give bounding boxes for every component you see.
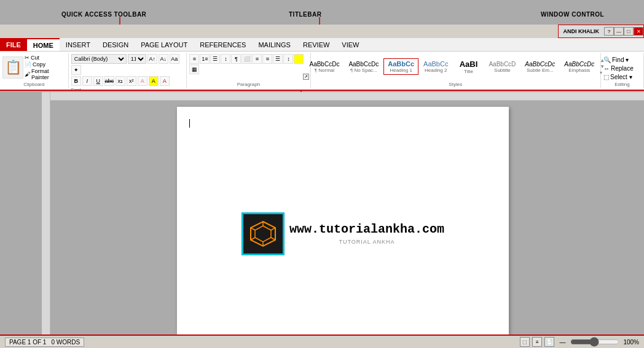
svg-line-15 [251, 238, 255, 240]
bold-button[interactable]: B [71, 76, 81, 86]
menu-file[interactable]: FILE [0, 38, 27, 51]
sort-button[interactable]: ↕ [221, 54, 230, 64]
font-size-select[interactable]: 11 [128, 54, 146, 64]
align-left-button[interactable]: ⬜ [242, 54, 251, 64]
minimize-button[interactable]: — [614, 27, 624, 36]
horizontal-ruler [42, 92, 644, 101]
shading-button[interactable] [294, 54, 304, 64]
align-center-button[interactable]: ≡ [252, 54, 262, 64]
copy-button[interactable]: 📄Copy [25, 61, 66, 68]
style-subtle-em[interactable]: AaBbCcDc Subtle Em... [520, 59, 559, 75]
style-normal[interactable]: AaBbCcDc ¶ Normal [305, 59, 344, 75]
annotation-window-control: WINDOW CONTROL [541, 11, 604, 18]
menu-design[interactable]: DESIGN [96, 38, 135, 51]
annotation-titlebar: TITLEBAR [289, 11, 321, 18]
style-subtitle[interactable]: AaBbCcD Subtitle [484, 59, 520, 75]
svg-rect-8 [42, 92, 50, 334]
select-button[interactable]: ⬚Select ▾ [603, 74, 641, 80]
logo-area: www.tutorialankha.com TUTORIAL ANKHA [242, 212, 444, 255]
logo-subtext: TUTORIAL ANKHA [289, 239, 444, 245]
style-heading2[interactable]: AaBbCc Heading 2 [419, 58, 452, 75]
replace-button[interactable]: ↔Replace [603, 65, 641, 72]
menu-bar: FILE HOME INSERT DESIGN PAGE LAYOUT REFE… [0, 38, 644, 52]
border-button[interactable]: ▦ [189, 64, 199, 74]
paragraph-label: Paragraph [237, 80, 260, 87]
style-heading1[interactable]: AaBbCc Heading 1 [383, 58, 418, 75]
style-emphasis[interactable]: AaBbCcDc Emphasis [560, 59, 599, 75]
help-button[interactable]: ? [604, 27, 614, 36]
font-family-select[interactable]: Calibri (Body) [71, 54, 127, 64]
menu-review[interactable]: REVIEW [297, 38, 336, 51]
subscript-button[interactable]: x₂ [116, 76, 125, 86]
zoom-percent: 100% [623, 339, 639, 346]
view-web-button[interactable]: ≡ [532, 337, 542, 347]
decrease-font-button[interactable]: A↓ [159, 54, 168, 64]
svg-line-12 [271, 228, 275, 230]
change-case-button[interactable]: Aa [170, 54, 179, 64]
svg-line-16 [251, 228, 255, 230]
font-color-button[interactable]: A [160, 76, 170, 86]
text-effect-button[interactable]: A [138, 76, 147, 86]
paste-button[interactable]: 📋 [2, 56, 23, 79]
page-container: www.tutorialankha.com TUTORIAL ANKHA [50, 101, 635, 334]
style-title[interactable]: AaBI Title [453, 58, 484, 76]
ribbon-paragraph-group: ≡ 1≡ ☰ ↕ ¶ ⬜ ≡ ≡ ☰ ↕ ▦ ↗ Paragraph [187, 53, 310, 88]
format-painter-button[interactable]: 🖌Format Painter [25, 68, 66, 80]
editing-label: Editing [615, 80, 629, 87]
menu-view[interactable]: VIEW [336, 38, 365, 51]
bullets-button[interactable]: ≡ [189, 54, 199, 64]
menu-insert[interactable]: INSERT [60, 38, 96, 51]
multilevel-button[interactable]: ☰ [210, 54, 220, 64]
status-bar: PAGE 1 OF 1 0 WORDS ⬚ ≡ 📄 — 100% [0, 334, 644, 348]
font-label: Font [71, 86, 81, 91]
menu-page-layout[interactable]: PAGE LAYOUT [135, 38, 194, 51]
line-spacing-button[interactable]: ↕ [283, 54, 293, 64]
text-cursor [189, 119, 190, 128]
page-info: PAGE 1 OF 1 [9, 339, 46, 346]
styles-expand[interactable]: ▲ ▼ ▾ [599, 56, 606, 77]
ribbon-clipboard-group: 📋 ✂Cut 📄Copy 🖌Format Painter Clipboard [0, 53, 69, 88]
left-sidebar [0, 92, 42, 334]
align-right-button[interactable]: ≡ [262, 54, 272, 64]
view-normal-button[interactable]: ⬚ [520, 337, 530, 347]
zoom-separator: — [559, 339, 565, 346]
numbering-button[interactable]: 1≡ [200, 54, 210, 64]
italic-button[interactable]: I [82, 76, 92, 86]
find-button[interactable]: 🔍Find ▾ [603, 56, 641, 63]
word-count: 0 WORDS [51, 339, 80, 346]
clipboard-small-buttons: ✂Cut 📄Copy 🖌Format Painter [25, 55, 66, 80]
annotation-quick-access: QUICK ACCESS TOOLBAR [61, 11, 146, 18]
ribbon-styles-group: AaBbCcDc ¶ Normal AaBbCcDc ¶ No Spac... … [311, 53, 601, 88]
highlight-button[interactable]: A [149, 76, 159, 86]
menu-references[interactable]: REFERENCES [194, 38, 252, 51]
ribbon-font-group: Calibri (Body) 11 A↑ A↓ Aa ✦ B I U abc x… [69, 53, 187, 88]
underline-button[interactable]: U [93, 76, 103, 86]
zoom-slider[interactable] [570, 338, 619, 346]
strikethrough-button[interactable]: abc [104, 76, 114, 86]
menu-mailings[interactable]: MAILINGS [252, 38, 297, 51]
view-reader-button[interactable]: 📄 [544, 337, 554, 347]
maximize-button[interactable]: □ [624, 27, 634, 36]
logo-url: www.tutorialankha.com [289, 222, 444, 236]
style-no-spacing[interactable]: AaBbCcDc ¶ No Spac... [344, 59, 383, 75]
svg-rect-7 [42, 92, 644, 101]
document-page[interactable]: www.tutorialankha.com TUTORIAL ANKHA [177, 107, 509, 334]
ribbon: 📋 ✂Cut 📄Copy 🖌Format Painter Clipboard C… [0, 52, 644, 91]
styles-label: Styles [449, 80, 462, 87]
close-button[interactable]: ✕ [634, 27, 643, 36]
clear-format-button[interactable]: ✦ [71, 65, 81, 75]
document-info: PAGE 1 OF 1 0 WORDS [5, 338, 84, 347]
menu-home[interactable]: HOME [27, 38, 60, 51]
increase-font-button[interactable]: A↑ [147, 54, 157, 64]
zoom-controls: ⬚ ≡ 📄 — 100% [520, 337, 639, 347]
cut-button[interactable]: ✂Cut [25, 55, 66, 61]
justify-button[interactable]: ☰ [273, 54, 283, 64]
svg-line-13 [271, 238, 275, 240]
user-name: ANDI KHALIK [559, 28, 605, 34]
logo-box [242, 212, 285, 255]
show-hide-button[interactable]: ¶ [231, 54, 241, 64]
title-bar: W 💾 ↩ ↪ ▾ Document1 - Microsoft Word AND… [0, 25, 644, 38]
window-controls: ANDI KHALIK ? — □ ✕ [558, 25, 645, 38]
superscript-button[interactable]: x² [127, 76, 136, 86]
vertical-ruler [42, 92, 50, 334]
